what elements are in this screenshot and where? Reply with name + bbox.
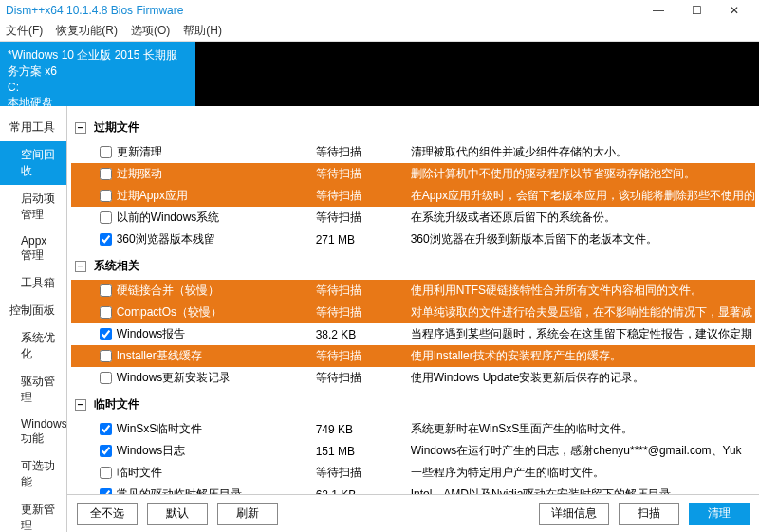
menu-options[interactable]: 选项(O) (131, 23, 170, 39)
close-button[interactable]: ✕ (715, 4, 753, 17)
cleanup-row[interactable]: 360浏览器版本残留271 MB360浏览器在升级到新版本后留下的老版本文件。 (71, 229, 755, 250)
sidebar-item-control-4[interactable]: 更新管理 (0, 496, 66, 532)
sidebar-item-control-0[interactable]: 系统优化 (0, 324, 66, 368)
row-checkbox[interactable] (100, 168, 112, 180)
row-checkbox[interactable] (100, 190, 112, 202)
titlebar: Dism++x64 10.1.4.8 Bios Firmware — ☐ ✕ (0, 0, 759, 21)
detail-button[interactable]: 详细信息 (539, 503, 609, 525)
refresh-button[interactable]: 刷新 (217, 503, 278, 525)
cleanup-row[interactable]: 临时文件等待扫描一些程序为特定用户产生的临时文件。 (71, 462, 755, 484)
row-desc: 在Appx应用升级时，会留下老版本应用，该功能将删除那些不使用的 (411, 188, 755, 204)
sidebar-item-tools-2[interactable]: Appx管理 (0, 229, 66, 269)
section-title: 过期文件 (94, 119, 139, 136)
deselect-all-button[interactable]: 全不选 (77, 503, 138, 525)
row-checkbox[interactable] (100, 233, 112, 246)
menu-help[interactable]: 帮助(H) (183, 23, 222, 39)
tab-line-2: C: (8, 80, 188, 96)
row-size: 271 MB (316, 233, 411, 247)
row-name: 硬链接合并（较慢） (117, 283, 316, 299)
cleanup-row[interactable]: Installer基线缓存等待扫描使用Installer技术的安装程序产生的缓存… (71, 345, 755, 367)
cleanup-row[interactable]: Windows更新安装记录等待扫描使用Windows Update安装更新后保存… (71, 367, 755, 389)
row-desc: 在系统升级或者还原后留下的系统备份。 (411, 210, 755, 226)
sidebar-item-control-2[interactable]: Windows功能 (0, 412, 66, 452)
row-name: 过期驱动 (117, 166, 316, 182)
row-name: 常见的驱动临时解压目录 (117, 486, 316, 494)
row-name: Windows报告 (117, 326, 316, 342)
row-desc: Windows在运行时产生的日志，感谢chenyu****@gmail.com、… (411, 443, 755, 459)
row-desc: 使用Installer技术的安装程序产生的缓存。 (411, 348, 755, 364)
row-name: Windows更新安装记录 (117, 370, 316, 386)
row-name: 更新清理 (117, 144, 316, 160)
cleanup-row[interactable]: Windows日志151 MBWindows在运行时产生的日志，感谢chenyu… (71, 440, 755, 462)
row-checkbox[interactable] (100, 211, 112, 224)
sidebar-item-tools-3[interactable]: 工具箱 (0, 269, 66, 297)
row-size: 等待扫描 (316, 210, 411, 226)
row-name: 临时文件 (117, 465, 316, 481)
row-name: CompactOs（较慢） (117, 304, 316, 321)
sidebar-group-control: 控制面板 (0, 297, 66, 324)
clean-button[interactable]: 清理 (689, 503, 750, 525)
active-image-tab[interactable]: *Windows 10 企业版 2015 长期服务方案 x6 C: 本地硬盘 准… (0, 42, 195, 106)
row-name: Installer基线缓存 (117, 348, 316, 364)
minimize-button[interactable]: — (639, 4, 677, 17)
row-checkbox[interactable] (100, 328, 112, 340)
row-size: 等待扫描 (316, 166, 411, 182)
row-size: 等待扫描 (316, 465, 411, 481)
sidebar-item-tools-1[interactable]: 启动项管理 (0, 185, 66, 229)
cleanup-row[interactable]: 过期驱动等待扫描删除计算机中不使用的驱动程序以节省驱动存储池空间。 (71, 163, 755, 185)
section-title: 系统相关 (94, 258, 139, 274)
cleanup-row[interactable]: CompactOs（较慢）等待扫描对单纯读取的文件进行哈夫曼压缩，在不影响性能的… (71, 302, 755, 323)
row-checkbox[interactable] (100, 350, 112, 362)
window-title: Dism++x64 10.1.4.8 Bios Firmware (6, 4, 639, 17)
row-desc: 对单纯读取的文件进行哈夫曼压缩，在不影响性能的情况下，显著减 (411, 304, 755, 321)
collapse-icon[interactable]: − (75, 261, 86, 272)
menu-recovery[interactable]: 恢复功能(R) (56, 23, 118, 39)
image-tab-bar: *Windows 10 企业版 2015 长期服务方案 x6 C: 本地硬盘 准… (0, 42, 759, 106)
default-button[interactable]: 默认 (147, 503, 208, 525)
maximize-button[interactable]: ☐ (677, 4, 715, 17)
cleanup-list[interactable]: −过期文件更新清理等待扫描清理被取代的组件并减少组件存储的大小。过期驱动等待扫描… (67, 106, 759, 494)
row-size: 151 MB (316, 445, 411, 458)
menu-file[interactable]: 文件(F) (6, 23, 43, 39)
row-desc: 使用Windows Update安装更新后保存的记录。 (411, 370, 755, 386)
row-checkbox[interactable] (100, 146, 112, 158)
row-checkbox[interactable] (100, 423, 112, 435)
cleanup-row[interactable]: 过期Appx应用等待扫描在Appx应用升级时，会留下老版本应用，该功能将删除那些… (71, 185, 755, 207)
row-size: 等待扫描 (316, 144, 411, 160)
tab-line-1: *Windows 10 企业版 2015 长期服务方案 x6 (8, 47, 188, 80)
sidebar-item-control-3[interactable]: 可选功能 (0, 452, 66, 496)
row-desc: 一些程序为特定用户产生的临时文件。 (411, 465, 755, 481)
row-checkbox[interactable] (100, 306, 112, 319)
section-header-0[interactable]: −过期文件 (71, 114, 755, 141)
row-checkbox[interactable] (100, 445, 112, 457)
collapse-icon[interactable]: − (75, 122, 86, 134)
row-name: Windows日志 (117, 443, 316, 459)
row-name: 过期Appx应用 (117, 188, 316, 204)
row-size: 等待扫描 (316, 283, 411, 299)
row-size: 等待扫描 (316, 348, 411, 364)
sidebar-group-tools: 常用工具 (0, 114, 66, 141)
row-size: 等待扫描 (316, 304, 411, 321)
sidebar-item-control-1[interactable]: 驱动管理 (0, 368, 66, 412)
row-desc: 使用利用NTFS硬链接特性合并所有文件内容相同的文件。 (411, 283, 755, 299)
footer-toolbar: 全不选 默认 刷新 详细信息 扫描 清理 (67, 494, 759, 532)
cleanup-row[interactable]: 硬链接合并（较慢）等待扫描使用利用NTFS硬链接特性合并所有文件内容相同的文件。 (71, 280, 755, 302)
cleanup-row[interactable]: 以前的Windows系统等待扫描在系统升级或者还原后留下的系统备份。 (71, 207, 755, 229)
cleanup-row[interactable]: 常见的驱动临时解压目录62.1 KBIntel、AMD以及Nvidia驱动在安装… (71, 484, 755, 494)
collapse-icon[interactable]: − (75, 399, 86, 411)
row-checkbox[interactable] (100, 467, 112, 479)
cleanup-row[interactable]: WinSxS临时文件749 KB系统更新时在WinSxS里面产生的临时文件。 (71, 418, 755, 440)
section-header-1[interactable]: −系统相关 (71, 252, 755, 280)
row-desc: Intel、AMD以及Nvidia驱动在安装时留下的解压目录。 (411, 486, 755, 494)
row-checkbox[interactable] (100, 372, 112, 384)
row-checkbox[interactable] (100, 284, 112, 297)
scan-button[interactable]: 扫描 (619, 503, 679, 525)
row-size: 等待扫描 (316, 188, 411, 204)
cleanup-row[interactable]: Windows报告38.2 KB当程序遇到某些问题时，系统会在这里留下稳定性报告… (71, 323, 755, 345)
menubar: 文件(F) 恢复功能(R) 选项(O) 帮助(H) (0, 21, 759, 42)
section-header-2[interactable]: −临时文件 (71, 391, 755, 418)
cleanup-row[interactable]: 更新清理等待扫描清理被取代的组件并减少组件存储的大小。 (71, 141, 755, 163)
row-desc: 删除计算机中不使用的驱动程序以节省驱动存储池空间。 (411, 166, 755, 182)
sidebar-item-tools-0[interactable]: 空间回收 (0, 141, 66, 185)
row-desc: 360浏览器在升级到新版本后留下的老版本文件。 (411, 231, 755, 248)
